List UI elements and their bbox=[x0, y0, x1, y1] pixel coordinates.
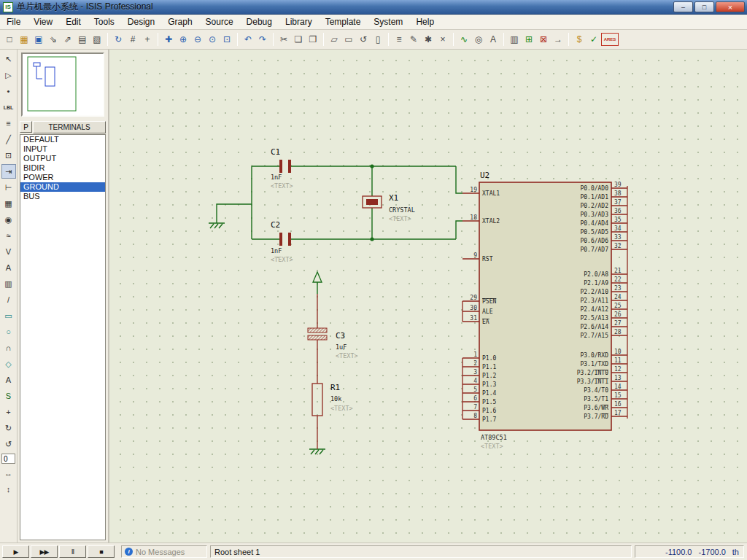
generator-mode-icon[interactable]: ≈ bbox=[1, 228, 16, 243]
menu-library[interactable]: Library bbox=[279, 15, 319, 28]
2d-box-mode-icon[interactable]: ▭ bbox=[1, 308, 16, 323]
zoom-out-icon[interactable]: ⊖ bbox=[190, 32, 205, 47]
search-and-tag-icon[interactable]: ◎ bbox=[471, 32, 486, 47]
terminal-item-power[interactable]: POWER bbox=[20, 173, 105, 182]
zoom-area-icon[interactable]: ⊡ bbox=[220, 32, 234, 47]
terminal-item-output[interactable]: OUTPUT bbox=[20, 154, 105, 163]
redo-icon[interactable]: ↷ bbox=[255, 32, 270, 47]
goto-sheet-icon[interactable]: → bbox=[551, 32, 565, 47]
virtual-instruments-mode-icon[interactable]: ▥ bbox=[1, 276, 16, 291]
pick-parts-icon[interactable]: ≡ bbox=[392, 32, 406, 47]
buses-mode-icon[interactable]: ╱ bbox=[1, 132, 16, 147]
import-section-icon[interactable]: ⇘ bbox=[46, 32, 61, 47]
power-terminal-icon[interactable] bbox=[313, 272, 322, 282]
sheet-selector[interactable]: Root sheet 1 bbox=[210, 545, 632, 558]
packaging-tool-icon[interactable]: ✱ bbox=[421, 32, 436, 47]
pause-button[interactable]: Ⅱ bbox=[59, 545, 86, 558]
terminal-mode-icon[interactable]: ⇥ bbox=[1, 164, 16, 179]
pan-centre-icon[interactable]: ✚ bbox=[161, 32, 176, 47]
step-button[interactable]: ▶▶ bbox=[31, 545, 58, 558]
rotation-angle-input[interactable] bbox=[1, 454, 15, 464]
export-section-icon[interactable]: ⇗ bbox=[61, 32, 75, 47]
block-rotate-icon[interactable]: ↺ bbox=[356, 32, 371, 47]
minimize-button[interactable]: – bbox=[673, 1, 693, 12]
terminal-item-default[interactable]: DEFAULT bbox=[20, 135, 105, 144]
new-design-icon[interactable]: □ bbox=[2, 32, 17, 47]
2d-symbol-mode-icon[interactable]: S bbox=[1, 389, 16, 403]
component-c3[interactable]: C3 1uF <TEXT> bbox=[308, 328, 358, 359]
graph-mode-icon[interactable]: ▦ bbox=[1, 196, 16, 211]
make-device-icon[interactable]: ✎ bbox=[406, 32, 421, 47]
undo-icon[interactable]: ↶ bbox=[241, 32, 255, 47]
copy-icon[interactable]: ❏ bbox=[291, 32, 306, 47]
zoom-all-icon[interactable]: ⊙ bbox=[205, 32, 220, 47]
menu-template[interactable]: Template bbox=[319, 15, 368, 28]
design-explorer-icon[interactable]: ▥ bbox=[507, 32, 522, 47]
remove-sheet-icon[interactable]: ⊠ bbox=[536, 32, 551, 47]
paste-icon[interactable]: ❐ bbox=[306, 32, 320, 47]
subcircuit-mode-icon[interactable]: ⊡ bbox=[1, 148, 16, 163]
terminal-item-bidir[interactable]: BIDIR bbox=[20, 163, 105, 173]
current-probe-mode-icon[interactable]: A bbox=[1, 260, 16, 275]
selection-mode-icon[interactable]: ↖ bbox=[1, 52, 16, 66]
mirror-horizontal-icon[interactable]: ↔ bbox=[1, 466, 16, 481]
schematic-overview[interactable] bbox=[21, 52, 104, 117]
menu-design[interactable]: Design bbox=[121, 15, 161, 28]
terminal-item-ground[interactable]: GROUND bbox=[20, 182, 105, 192]
save-design-icon[interactable]: ▣ bbox=[31, 32, 46, 47]
text-script-mode-icon[interactable]: ≡ bbox=[1, 116, 16, 131]
decompose-icon[interactable]: × bbox=[436, 32, 450, 47]
cut-icon[interactable]: ✂ bbox=[276, 32, 291, 47]
schematic-editor[interactable]: C1 1nF <TEXT> C2 1nF <TEXT> X1 bbox=[109, 50, 747, 542]
junction-dot-mode-icon[interactable]: • bbox=[1, 84, 16, 98]
menu-debug[interactable]: Debug bbox=[240, 15, 279, 28]
open-design-icon[interactable]: ▦ bbox=[17, 32, 31, 47]
titlebar[interactable]: IS 单片机最小系统 - ISIS Professional – □ × bbox=[0, 0, 747, 15]
menu-file[interactable]: File bbox=[0, 15, 27, 28]
block-move-icon[interactable]: ▭ bbox=[341, 32, 356, 47]
2d-arc-mode-icon[interactable]: ∩ bbox=[1, 341, 16, 355]
2d-marker-mode-icon[interactable]: + bbox=[1, 405, 16, 419]
electrical-rule-check-icon[interactable]: ✓ bbox=[587, 32, 601, 47]
menu-view[interactable]: View bbox=[27, 15, 59, 28]
2d-path-mode-icon[interactable]: ◇ bbox=[1, 357, 16, 371]
menu-system[interactable]: System bbox=[367, 15, 409, 28]
component-mode-icon[interactable]: ▷ bbox=[1, 68, 16, 82]
mark-output-area-icon[interactable]: ▧ bbox=[90, 32, 104, 47]
block-copy-icon[interactable]: ▱ bbox=[327, 32, 341, 47]
property-assignment-icon[interactable]: A bbox=[486, 32, 500, 47]
schematic-canvas[interactable]: C1 1nF <TEXT> C2 1nF <TEXT> X1 bbox=[109, 50, 745, 542]
wire-label-mode-icon[interactable]: LBL bbox=[1, 100, 16, 114]
refresh-display-icon[interactable]: ↻ bbox=[111, 32, 125, 47]
menu-source[interactable]: Source bbox=[199, 15, 240, 28]
play-button[interactable]: ▶ bbox=[2, 545, 29, 558]
voltage-probe-mode-icon[interactable]: V bbox=[1, 244, 16, 259]
terminal-item-input[interactable]: INPUT bbox=[20, 144, 105, 154]
terminal-item-bus[interactable]: BUS bbox=[20, 192, 105, 201]
maximize-button[interactable]: □ bbox=[694, 1, 714, 12]
print-icon[interactable]: ▤ bbox=[75, 32, 90, 47]
menu-tools[interactable]: Tools bbox=[88, 15, 121, 28]
new-sheet-icon[interactable]: ⊞ bbox=[522, 32, 536, 47]
mirror-vertical-icon[interactable]: ↕ bbox=[1, 482, 16, 497]
device-pin-mode-icon[interactable]: ⊢ bbox=[1, 180, 16, 195]
block-delete-icon[interactable]: ▯ bbox=[371, 32, 385, 47]
bill-of-materials-icon[interactable]: $ bbox=[572, 32, 587, 47]
toggle-origin-icon[interactable]: + bbox=[140, 32, 155, 47]
tape-recorder-mode-icon[interactable]: ◉ bbox=[1, 212, 16, 227]
component-r1[interactable]: R1 10k <TEXT> bbox=[312, 383, 353, 416]
2d-text-mode-icon[interactable]: A bbox=[1, 373, 16, 387]
stop-button[interactable]: ■ bbox=[88, 545, 115, 558]
2d-circle-mode-icon[interactable]: ○ bbox=[1, 324, 16, 339]
zoom-in-icon[interactable]: ⊕ bbox=[176, 32, 190, 47]
component-c2[interactable]: C2 1nF <TEXT> bbox=[271, 220, 293, 263]
pick-devices-button[interactable]: P bbox=[20, 121, 32, 133]
netlist-to-ares-icon[interactable]: ARES bbox=[601, 33, 619, 46]
component-x1[interactable]: X1 CRYSTAL <TEXT> bbox=[363, 193, 415, 222]
close-button[interactable]: × bbox=[716, 1, 745, 12]
wire-autorouter-icon[interactable]: ∿ bbox=[457, 32, 471, 47]
rotate-clockwise-icon[interactable]: ↻ bbox=[1, 421, 16, 435]
2d-line-mode-icon[interactable]: / bbox=[1, 292, 16, 307]
toggle-grid-icon[interactable]: # bbox=[125, 32, 140, 47]
component-u2[interactable]: U2 AT89C51 <TEXT> 19XTAL1 18XTAL2 9RST 2… bbox=[470, 171, 621, 450]
